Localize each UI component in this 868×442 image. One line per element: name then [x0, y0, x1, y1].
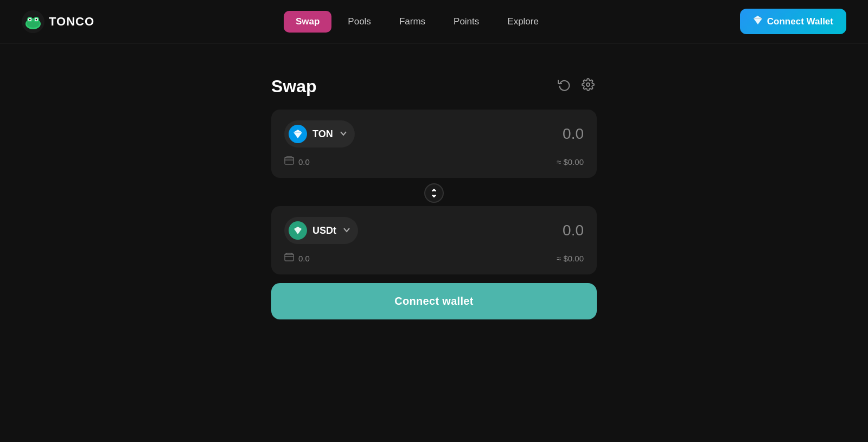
from-token-top: TON 0.0 [284, 120, 584, 148]
swap-panel: Swap [271, 76, 597, 319]
header-connect-wallet-button[interactable]: Connect Wallet [740, 9, 846, 34]
from-token-card: TON 0.0 [271, 110, 597, 178]
from-token-chevron-icon [340, 130, 347, 139]
main-nav: Swap Pools Farms Points Explore [284, 11, 551, 33]
settings-button[interactable] [579, 76, 597, 97]
svg-point-13 [586, 83, 590, 86]
to-token-name: USDt [312, 225, 336, 236]
refresh-button[interactable] [556, 76, 573, 97]
swap-title: Swap [271, 76, 317, 97]
from-balance-value: 0.0 [298, 157, 310, 166]
svg-marker-9 [754, 16, 762, 24]
nav-item-pools[interactable]: Pools [336, 11, 383, 33]
wallet-icon [284, 156, 294, 167]
from-token-bottom: 0.0 ≈ $0.00 [284, 156, 584, 167]
wallet-diamond-icon [753, 15, 763, 28]
svg-rect-19 [285, 254, 293, 261]
logo-icon [22, 10, 44, 33]
to-usd-value: ≈ $0.00 [557, 254, 584, 263]
to-wallet-balance: 0.0 [284, 253, 310, 264]
nav-item-points[interactable]: Points [442, 11, 491, 33]
from-token-selector[interactable]: TON [284, 120, 355, 148]
from-token-amount[interactable]: 0.0 [563, 125, 584, 143]
header-connect-wallet-label: Connect Wallet [767, 16, 833, 27]
svg-rect-16 [285, 158, 293, 164]
ton-token-icon [289, 125, 307, 143]
svg-point-8 [36, 18, 37, 20]
swap-actions [556, 76, 597, 97]
logo-text: TONCO [49, 15, 94, 29]
to-token-card: USDt 0.0 [271, 206, 597, 274]
usdt-token-icon [289, 221, 307, 240]
from-usd-value: ≈ $0.00 [557, 157, 584, 166]
to-balance-value: 0.0 [298, 254, 310, 263]
swap-header: Swap [271, 76, 597, 97]
swap-divider [271, 180, 597, 206]
svg-marker-14 [293, 130, 302, 138]
logo[interactable]: TONCO [22, 10, 94, 33]
settings-icon [582, 78, 595, 94]
nav-item-farms[interactable]: Farms [387, 11, 437, 33]
main-connect-wallet-button[interactable]: Connect wallet [271, 283, 597, 319]
to-token-top: USDt 0.0 [284, 217, 584, 244]
svg-point-7 [29, 18, 31, 20]
to-token-chevron-icon [343, 226, 350, 235]
from-token-name: TON [312, 129, 333, 140]
nav-item-swap[interactable]: Swap [284, 11, 331, 33]
to-wallet-icon [284, 253, 294, 264]
nav-item-explore[interactable]: Explore [495, 11, 551, 33]
to-token-bottom: 0.0 ≈ $0.00 [284, 253, 584, 264]
refresh-icon [558, 78, 571, 94]
from-wallet-balance: 0.0 [284, 156, 310, 167]
to-token-selector[interactable]: USDt [284, 217, 358, 244]
to-token-amount[interactable]: 0.0 [563, 222, 584, 239]
swap-direction-button[interactable] [424, 183, 444, 203]
